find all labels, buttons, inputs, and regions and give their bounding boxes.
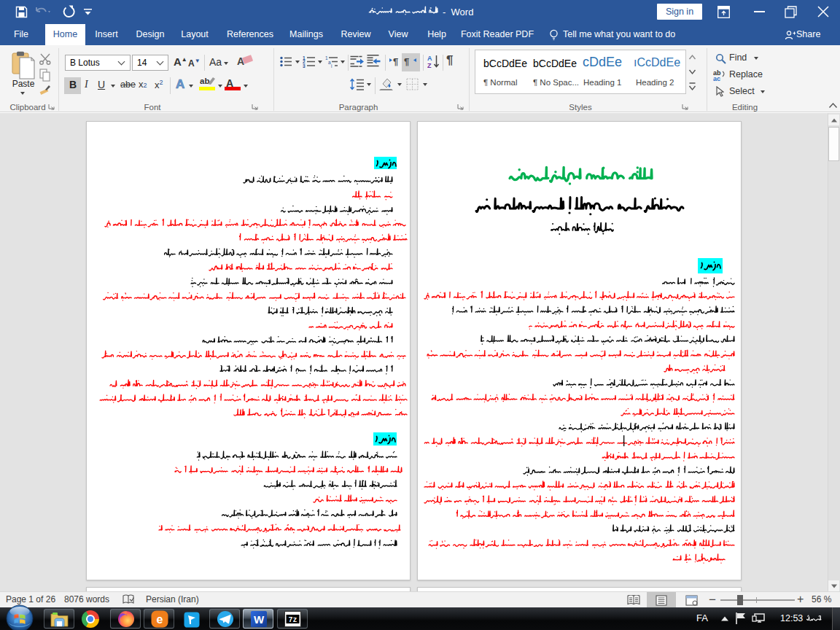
svg-text:A: A — [427, 55, 432, 62]
svg-text:i: i — [331, 63, 332, 68]
svg-text:Z: Z — [427, 62, 432, 69]
svg-text:7z: 7z — [288, 616, 297, 624]
svg-text:¶: ¶ — [404, 56, 409, 67]
svg-text:¶: ¶ — [393, 56, 398, 67]
svg-text:e: e — [157, 613, 163, 626]
svg-text:W: W — [254, 613, 265, 626]
svg-text:ac: ac — [713, 75, 720, 81]
svg-text:3: 3 — [303, 63, 306, 69]
